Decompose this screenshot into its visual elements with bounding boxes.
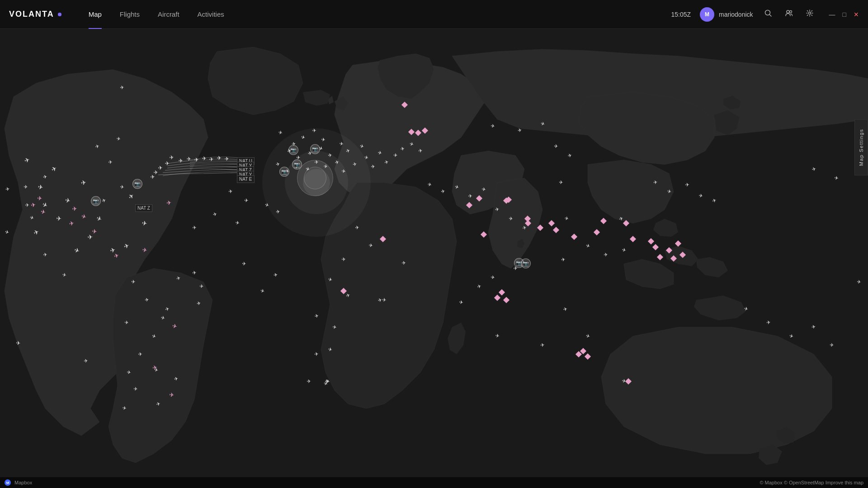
svg-point-2 — [787, 10, 789, 13]
maximize-button[interactable]: □ — [843, 11, 846, 18]
map-settings-tab[interactable]: Map Settings — [854, 119, 868, 175]
titlebar: VOLANTA Map Flights Aircraft Activities … — [0, 0, 868, 29]
camera-icon-1[interactable]: 📷 — [310, 144, 320, 154]
minimize-button[interactable]: — — [829, 11, 835, 18]
header-right: 15:05Z M mariodonick — [671, 7, 859, 22]
window-controls: — □ ✕ — [829, 11, 859, 18]
close-button[interactable]: ✕ — [854, 11, 859, 18]
username: mariodonick — [719, 11, 753, 18]
svg-point-3 — [789, 11, 792, 13]
nav-aircraft[interactable]: Aircraft — [149, 0, 189, 29]
mapbox-logo-icon: M — [5, 479, 11, 486]
camera-icon-4[interactable]: 📷 — [279, 167, 289, 177]
logo-text: VOLANTA — [9, 9, 54, 19]
search-icon[interactable] — [762, 7, 774, 21]
svg-line-1 — [769, 15, 771, 17]
camera-icon-6[interactable]: 📷 — [521, 258, 531, 268]
svg-point-4 — [808, 12, 811, 14]
logo-dot — [58, 13, 61, 16]
user-avatar: M — [700, 7, 714, 22]
nav-activities[interactable]: Activities — [189, 0, 233, 29]
current-time: 15:05Z — [671, 11, 691, 18]
bottom-bar: M Mapbox © Mapbox © OpenStreetMap Improv… — [0, 477, 868, 488]
logo[interactable]: VOLANTA — [9, 9, 61, 19]
user-badge[interactable]: M mariodonick — [700, 7, 753, 22]
bottom-credits[interactable]: © Mapbox © OpenStreetMap Improve this ma… — [760, 480, 863, 485]
nav-flights[interactable]: Flights — [111, 0, 149, 29]
world-map-svg — [0, 29, 868, 488]
friends-icon[interactable] — [783, 7, 795, 21]
nav-map[interactable]: Map — [80, 0, 111, 29]
camera-icon-2[interactable]: 📷 — [288, 145, 298, 155]
main-nav: Map Flights Aircraft Activities — [80, 0, 671, 29]
svg-point-0 — [765, 10, 770, 15]
camera-icon-7[interactable]: 📷 — [91, 196, 101, 206]
camera-icon-8[interactable]: 📷 — [132, 179, 142, 189]
mapbox-logo[interactable]: M Mapbox — [5, 479, 32, 486]
mapbox-text: Mapbox — [14, 480, 32, 485]
airport-cluster-2 — [304, 167, 326, 189]
map-container[interactable]: NAT U NAT Y NAT Z NAT Y NAT E NAT Z ✈ ✈ … — [0, 29, 868, 488]
settings-icon[interactable] — [804, 7, 816, 21]
